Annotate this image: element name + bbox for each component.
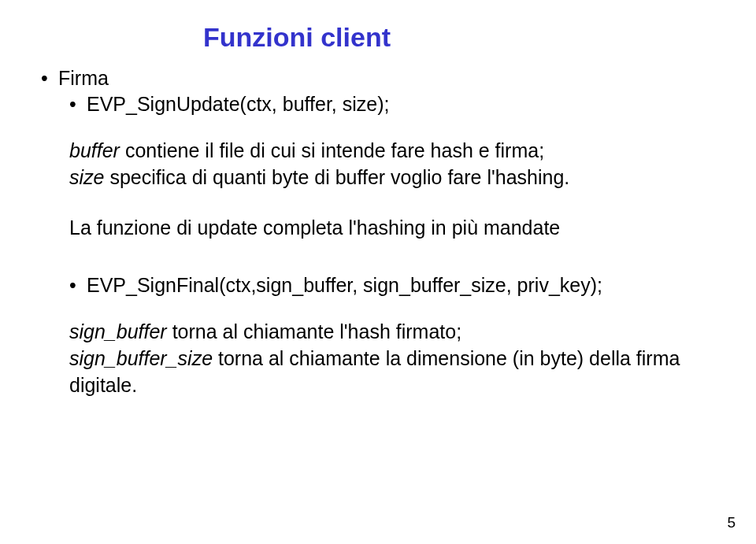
paragraph-text: La funzione di update completa l'hashing…	[69, 216, 560, 239]
paragraph: sign_buffer torna al chiamante l'hash fi…	[69, 319, 715, 398]
bullet-level2: •EVP_SignUpdate(ctx, buffer, size);	[69, 93, 715, 116]
paragraph: La funzione di update completa l'hashing…	[69, 215, 715, 242]
italic-term: sign_buffer	[69, 320, 167, 342]
paragraph-text: torna al chiamante l'hash firmato;	[167, 320, 461, 342]
bullet-level1: •Firma	[41, 67, 715, 90]
paragraph-text: contiene il file di cui si intende fare …	[120, 139, 544, 161]
italic-term: size	[69, 166, 104, 188]
bullet-dot-icon: •	[41, 67, 58, 90]
bullet-dot-icon: •	[69, 274, 87, 297]
bullet-level1-text: Firma	[58, 67, 109, 89]
code-line: EVP_SignFinal(ctx,sign_buffer, sign_buff…	[87, 274, 602, 296]
code-line: EVP_SignUpdate(ctx, buffer, size);	[87, 93, 389, 115]
page-number: 5	[727, 514, 736, 531]
slide-title: Funzioni client	[203, 22, 715, 53]
paragraph: buffer contiene il file di cui si intend…	[69, 138, 715, 191]
paragraph-text: specifica di quanti byte di buffer vogli…	[104, 166, 569, 188]
bullet-level2: •EVP_SignFinal(ctx,sign_buffer, sign_buf…	[69, 274, 715, 297]
italic-term: buffer	[69, 139, 120, 161]
bullet-dot-icon: •	[69, 93, 87, 116]
italic-term: sign_buffer_size	[69, 347, 213, 369]
